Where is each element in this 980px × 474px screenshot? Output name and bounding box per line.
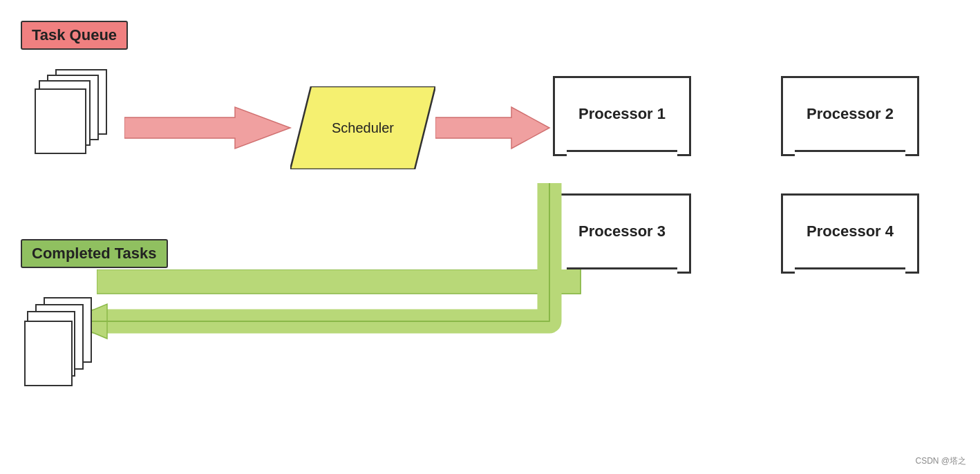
doc-page-4: [35, 88, 86, 154]
proc1-right-tab: [677, 76, 691, 156]
arrow-tq-scheduler: [124, 104, 297, 152]
scheduler-shape: Scheduler: [290, 86, 435, 169]
task-queue-docs: [35, 69, 117, 159]
proc2-left-tab: [781, 76, 795, 156]
processor-2-box: Processor 2: [781, 76, 919, 152]
processor-1-box: Processor 1: [553, 76, 691, 152]
arrow-scheduler-processors: [435, 104, 553, 152]
processor-2-label: Processor 2: [807, 105, 894, 123]
proc1-left-tab: [553, 76, 567, 156]
proc3-right-tab: [677, 193, 691, 274]
green-l-arrow: [66, 176, 591, 377]
svg-text:Scheduler: Scheduler: [332, 120, 394, 135]
processor-3-label: Processor 3: [578, 222, 666, 240]
diagram-container: Task Queue Completed Tasks Scheduler Pro…: [0, 0, 980, 474]
processor-4-label: Processor 4: [807, 222, 894, 240]
proc4-right-tab: [905, 193, 919, 274]
comp-doc-4: [24, 321, 73, 386]
svg-marker-0: [124, 107, 290, 149]
watermark: CSDN @塔之: [915, 455, 966, 467]
proc2-right-tab: [905, 76, 919, 156]
completed-docs: [24, 297, 100, 394]
svg-marker-3: [435, 107, 549, 149]
processor-4-box: Processor 4: [781, 193, 919, 269]
task-queue-label: Task Queue: [21, 21, 128, 50]
proc4-left-tab: [781, 193, 795, 274]
processor-1-label: Processor 1: [578, 105, 666, 123]
